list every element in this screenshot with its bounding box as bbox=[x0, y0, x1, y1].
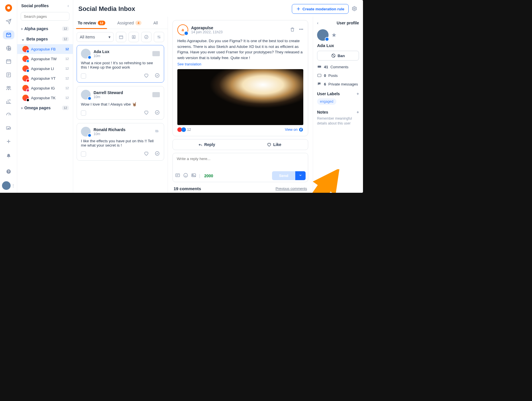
svg-point-13 bbox=[133, 36, 134, 37]
search-input[interactable] bbox=[21, 12, 69, 21]
item-checkbox[interactable] bbox=[81, 110, 86, 116]
item-checkbox[interactable] bbox=[81, 151, 86, 157]
svg-rect-11 bbox=[119, 36, 123, 39]
item-checkbox[interactable] bbox=[81, 73, 86, 79]
svg-point-5 bbox=[9, 86, 10, 88]
send-options-button[interactable] bbox=[295, 171, 306, 180]
nav-listening-icon[interactable] bbox=[3, 44, 14, 52]
review-icon[interactable] bbox=[155, 110, 160, 116]
page-count: 12 bbox=[65, 77, 69, 80]
item-author: Darrell Steward bbox=[94, 90, 123, 95]
saved-reply-icon[interactable] bbox=[175, 173, 180, 179]
inbox-item[interactable]: Ada Lux10m What a nice post ! It's so re… bbox=[77, 45, 164, 83]
nav-calendar-icon[interactable] bbox=[3, 57, 14, 66]
sidebar-group[interactable]: ›Omega pages12 bbox=[17, 103, 73, 113]
svg-rect-29 bbox=[318, 74, 321, 77]
reply-button[interactable]: Reply bbox=[173, 139, 240, 150]
sidebar-collapse-icon[interactable]: ‹ bbox=[67, 3, 69, 8]
create-rule-button[interactable]: Create moderation rule bbox=[292, 4, 349, 14]
sidebar-group[interactable]: ›Alpha pages12 bbox=[17, 24, 73, 34]
svg-point-10 bbox=[354, 8, 355, 9]
nav-dashboard-icon[interactable] bbox=[3, 110, 14, 119]
page-avatar bbox=[22, 46, 29, 52]
label-chip[interactable]: engaged bbox=[317, 98, 336, 105]
notes-heading: Notes bbox=[317, 110, 328, 114]
filter-select[interactable]: All items▾ bbox=[77, 32, 114, 42]
chevron-icon: ⌄ bbox=[21, 37, 25, 41]
see-translation-link[interactable]: See translation bbox=[177, 62, 201, 66]
sidebar-page[interactable]: Agorapulse LI12 bbox=[17, 64, 73, 73]
send-button[interactable]: Send bbox=[272, 171, 295, 180]
item-thumbnail bbox=[152, 51, 160, 56]
svg-point-17 bbox=[155, 151, 159, 155]
more-icon[interactable]: ••• bbox=[299, 27, 303, 33]
item-time: 10m bbox=[94, 54, 109, 58]
page-label: Agorapulse FB bbox=[31, 47, 56, 51]
star-icon[interactable]: ★ bbox=[331, 32, 337, 38]
add-note-icon[interactable]: + bbox=[357, 110, 359, 114]
post-author: Agorapulse bbox=[191, 26, 223, 30]
heart-icon[interactable] bbox=[144, 73, 149, 79]
tab-to-review[interactable]: To review12 bbox=[76, 18, 107, 29]
back-icon[interactable]: ‹ bbox=[317, 21, 319, 25]
stat-comments: 41Comments bbox=[317, 65, 359, 69]
item-thumbnail bbox=[152, 92, 160, 97]
message-icon bbox=[154, 129, 160, 135]
sidebar-page[interactable]: Agorapulse FB12 bbox=[17, 44, 73, 54]
post-text: Hello Agorapulse. Do you use Figma? It i… bbox=[177, 38, 303, 61]
search-field[interactable] bbox=[24, 14, 72, 19]
nav-notifications-icon[interactable] bbox=[3, 150, 14, 162]
nav-notes-icon[interactable] bbox=[3, 71, 14, 79]
view-on-link[interactable]: View on bbox=[285, 127, 303, 132]
assign-filter-icon[interactable] bbox=[129, 32, 139, 42]
tab-assigned[interactable]: Assigned4 bbox=[116, 18, 143, 29]
nav-add-icon[interactable] bbox=[3, 137, 14, 146]
previous-comments-link[interactable]: Previous comments bbox=[275, 187, 307, 191]
sidebar-page[interactable]: Agorapulse TW12 bbox=[17, 54, 73, 64]
sidebar-group[interactable]: ⌄Beta pages12 bbox=[17, 34, 73, 44]
facebook-icon bbox=[299, 127, 303, 132]
sidebar-title: Social profiles bbox=[21, 3, 49, 8]
review-icon[interactable] bbox=[155, 73, 160, 79]
nav-inbox-icon[interactable] bbox=[3, 30, 14, 39]
post-date: 14 juin 2022, 11h23 bbox=[191, 30, 223, 34]
nav-help-icon[interactable]: ? bbox=[3, 166, 14, 177]
nav-library-icon[interactable] bbox=[3, 124, 14, 132]
heart-icon[interactable] bbox=[144, 110, 149, 116]
heart-icon[interactable] bbox=[144, 151, 149, 157]
react-count: 12 bbox=[187, 128, 191, 132]
page-avatar bbox=[22, 75, 29, 81]
svg-point-16 bbox=[155, 110, 159, 114]
page-label: Agorapulse IG bbox=[31, 86, 55, 90]
tab-all[interactable]: All bbox=[152, 18, 160, 29]
page-avatar bbox=[22, 65, 29, 72]
plus-icon bbox=[296, 7, 301, 11]
attach-image-icon[interactable] bbox=[191, 173, 196, 179]
char-count: 2000 bbox=[204, 174, 213, 178]
nav-fans-icon[interactable] bbox=[3, 84, 14, 92]
review-icon[interactable] bbox=[155, 151, 160, 157]
review-filter-icon[interactable] bbox=[141, 32, 152, 42]
like-button[interactable]: Like bbox=[240, 139, 308, 150]
delete-icon[interactable] bbox=[290, 27, 295, 33]
ban-icon bbox=[331, 53, 336, 58]
sort-icon[interactable] bbox=[154, 32, 164, 42]
inbox-item[interactable]: Darrell Steward10m Wow I love that ! Alw… bbox=[77, 86, 164, 120]
nav-reports-icon[interactable] bbox=[3, 97, 14, 106]
sidebar-page[interactable]: Agorapulse YT12 bbox=[17, 73, 73, 83]
ban-button[interactable]: Ban bbox=[317, 51, 359, 61]
page-count: 12 bbox=[65, 67, 69, 70]
emoji-icon[interactable] bbox=[183, 173, 188, 179]
labels-heading: User Labels bbox=[317, 92, 340, 96]
nav-publish-icon[interactable] bbox=[3, 17, 14, 26]
sidebar-page[interactable]: Agorapulse IG12 bbox=[17, 83, 73, 93]
sidebar-page[interactable]: Agorapulse TK12 bbox=[17, 93, 73, 103]
post-author-avatar: a bbox=[177, 24, 188, 35]
date-filter-icon[interactable] bbox=[116, 32, 126, 42]
svg-text:?: ? bbox=[7, 170, 9, 173]
nav-user-avatar[interactable] bbox=[2, 181, 11, 190]
inbox-item[interactable]: Ronald Richards10m I like the effects yo… bbox=[77, 123, 164, 161]
add-label-icon[interactable]: + bbox=[357, 92, 359, 96]
reply-textarea[interactable] bbox=[173, 153, 308, 169]
settings-icon[interactable] bbox=[352, 6, 357, 12]
